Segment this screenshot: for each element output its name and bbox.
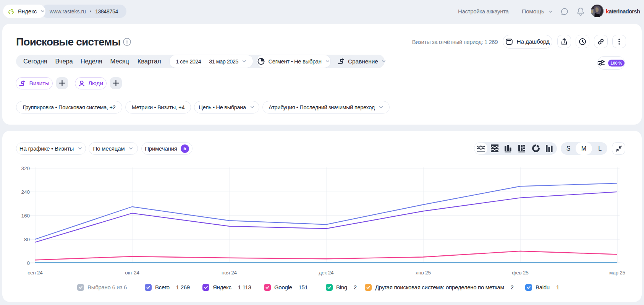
svg-text:0: 0 xyxy=(27,260,30,266)
svg-text:ноя 24: ноя 24 xyxy=(222,270,237,276)
svg-text:янв 25: янв 25 xyxy=(416,270,431,276)
svg-text:240: 240 xyxy=(21,189,30,195)
svg-text:мар 25: мар 25 xyxy=(609,270,625,276)
svg-text:160: 160 xyxy=(21,213,30,219)
svg-text:сен 24: сен 24 xyxy=(28,270,43,276)
svg-text:дек 24: дек 24 xyxy=(319,270,334,276)
svg-text:окт 24: окт 24 xyxy=(125,270,139,276)
svg-text:фев 25: фев 25 xyxy=(512,270,528,276)
svg-text:80: 80 xyxy=(24,237,30,242)
svg-text:320: 320 xyxy=(21,165,30,171)
